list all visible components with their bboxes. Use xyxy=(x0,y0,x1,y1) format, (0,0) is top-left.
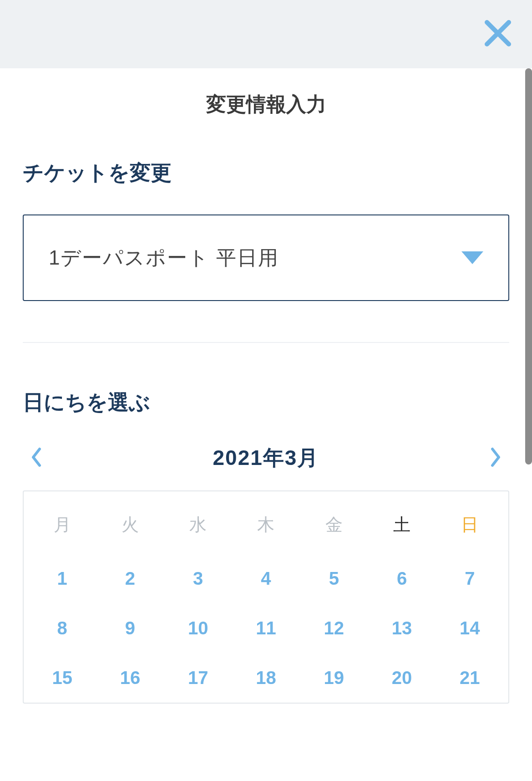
close-button[interactable] xyxy=(482,18,514,50)
calendar-day[interactable]: 4 xyxy=(232,554,300,603)
calendar-row: 15 16 17 18 19 20 21 xyxy=(28,653,504,703)
prev-month-button[interactable] xyxy=(25,447,48,470)
calendar-day[interactable]: 15 xyxy=(28,653,96,703)
calendar-day[interactable]: 12 xyxy=(300,603,368,653)
section-heading-ticket: チケットを変更 xyxy=(23,159,509,187)
divider xyxy=(23,342,509,343)
calendar-day[interactable]: 3 xyxy=(164,554,232,603)
weekday-mon: 月 xyxy=(28,505,96,554)
ticket-select-value: 1デーパスポート 平日用 xyxy=(49,245,279,271)
calendar-day[interactable]: 5 xyxy=(300,554,368,603)
calendar-day[interactable]: 8 xyxy=(28,603,96,653)
calendar-day[interactable]: 6 xyxy=(368,554,436,603)
calendar-day[interactable]: 1 xyxy=(28,554,96,603)
calendar-day[interactable]: 2 xyxy=(96,554,164,603)
calendar-day[interactable]: 20 xyxy=(368,653,436,703)
calendar-day[interactable]: 10 xyxy=(164,603,232,653)
calendar-day[interactable]: 14 xyxy=(436,603,504,653)
weekday-fri: 金 xyxy=(300,505,368,554)
calendar: 月 火 水 木 金 土 日 1 2 3 4 5 6 7 8 9 10 1 xyxy=(23,490,509,704)
modal-header xyxy=(0,0,532,68)
page-title: 変更情報入力 xyxy=(23,68,509,159)
weekday-thu: 木 xyxy=(232,505,300,554)
weekday-tue: 火 xyxy=(96,505,164,554)
calendar-day[interactable]: 7 xyxy=(436,554,504,603)
calendar-day[interactable]: 19 xyxy=(300,653,368,703)
ticket-select[interactable]: 1デーパスポート 平日用 xyxy=(23,214,509,301)
month-label: 2021年3月 xyxy=(213,444,319,472)
calendar-day[interactable]: 21 xyxy=(436,653,504,703)
calendar-day[interactable]: 9 xyxy=(96,603,164,653)
calendar-day[interactable]: 11 xyxy=(232,603,300,653)
calendar-row: 1 2 3 4 5 6 7 xyxy=(28,554,504,603)
calendar-row: 8 9 10 11 12 13 14 xyxy=(28,603,504,653)
scrollbar-thumb[interactable] xyxy=(525,68,532,465)
section-heading-date: 日にちを選ぶ xyxy=(23,388,509,417)
chevron-down-icon xyxy=(461,251,483,264)
close-icon xyxy=(484,20,512,49)
calendar-day[interactable]: 13 xyxy=(368,603,436,653)
weekday-wed: 水 xyxy=(164,505,232,554)
weekday-sun: 日 xyxy=(436,505,504,554)
calendar-weekday-row: 月 火 水 木 金 土 日 xyxy=(28,505,504,554)
chevron-left-icon xyxy=(30,447,42,469)
calendar-day[interactable]: 16 xyxy=(96,653,164,703)
month-navigation: 2021年3月 xyxy=(23,444,509,490)
next-month-button[interactable] xyxy=(484,447,507,470)
calendar-day[interactable]: 17 xyxy=(164,653,232,703)
chevron-right-icon xyxy=(490,447,502,469)
weekday-sat: 土 xyxy=(368,505,436,554)
calendar-day[interactable]: 18 xyxy=(232,653,300,703)
